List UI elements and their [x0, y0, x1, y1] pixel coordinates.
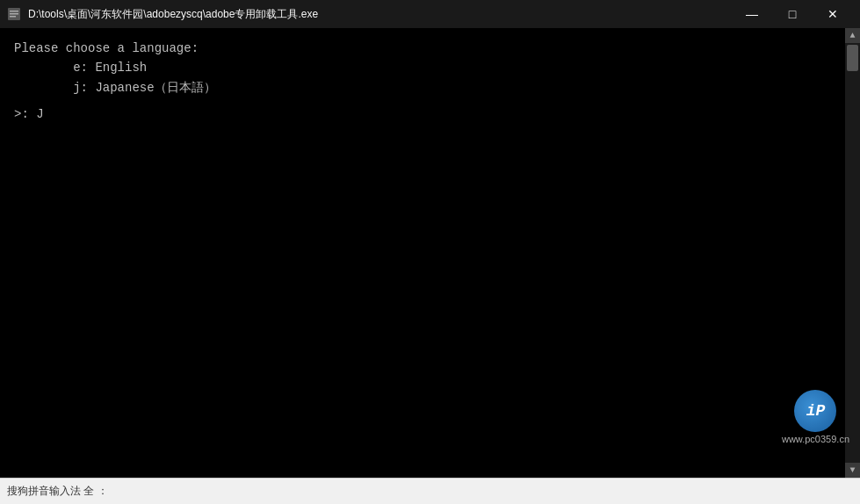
console-line-english: e: English	[14, 58, 846, 77]
svg-rect-2	[10, 13, 18, 15]
watermark-logo: iP	[794, 390, 836, 432]
title-bar-left: D:\tools\桌面\河东软件园\adobezyscq\adobe专用卸载工具…	[7, 7, 318, 22]
watermark-url: www.pc0359.cn	[782, 434, 849, 444]
title-bar-controls: — □ ✕	[732, 0, 853, 28]
scrollbar-up-arrow[interactable]: ▲	[845, 28, 860, 43]
console-line-japanese: j: Japanese（日本語）	[14, 78, 846, 97]
maximize-button[interactable]: □	[772, 0, 813, 28]
svg-rect-3	[10, 16, 16, 18]
watermark: iP www.pc0359.cn	[782, 390, 849, 444]
taskbar-ime-text: 搜狗拼音输入法 全 ：	[7, 484, 108, 499]
console-prompt: >: J	[14, 104, 846, 124]
taskbar: 搜狗拼音输入法 全 ：	[0, 478, 860, 504]
scrollbar-down-arrow[interactable]: ▼	[845, 463, 860, 478]
scrollbar-thumb[interactable]	[847, 45, 858, 71]
console-area[interactable]: Please choose a language: e: English j: …	[0, 28, 860, 478]
app-icon	[7, 7, 21, 21]
close-button[interactable]: ✕	[813, 0, 853, 28]
title-bar-title: D:\tools\桌面\河东软件园\adobezyscq\adobe专用卸载工具…	[28, 7, 318, 22]
minimize-button[interactable]: —	[732, 0, 772, 28]
title-bar: D:\tools\桌面\河东软件园\adobezyscq\adobe专用卸载工具…	[0, 0, 860, 28]
svg-rect-1	[10, 11, 18, 12]
console-line-1: Please choose a language:	[14, 39, 846, 58]
watermark-logo-text: iP	[806, 402, 826, 420]
